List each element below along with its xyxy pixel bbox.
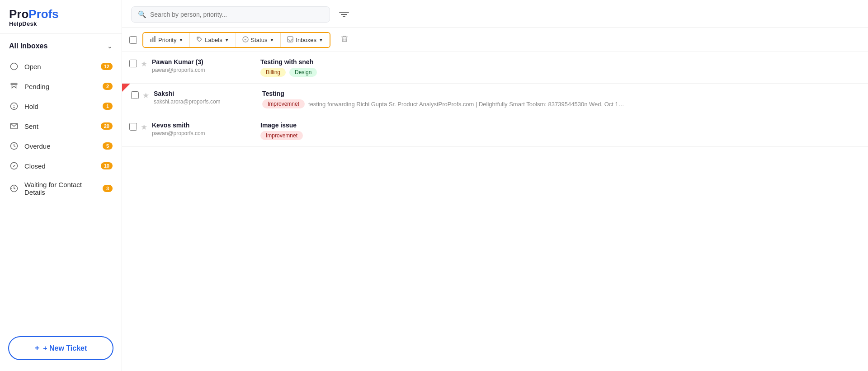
search-icon: 🔍: [138, 10, 146, 19]
search-input[interactable]: [150, 11, 323, 18]
badge-sent: 20: [101, 122, 113, 130]
inbox-header: All Inboxes ⌄: [0, 34, 122, 55]
svg-rect-1: [11, 83, 17, 85]
ticket-content-2: Testing Improvemnet testing forwarding R…: [262, 90, 861, 108]
sidebar-label-sent: Sent: [24, 122, 101, 130]
ticket-email-1: pawan@proporfs.com: [152, 67, 251, 73]
chevron-down-icon[interactable]: ⌄: [107, 42, 113, 50]
svg-rect-14: [152, 38, 154, 42]
tag-billing: Billing: [260, 68, 286, 77]
sidebar-item-open[interactable]: Open 12: [0, 56, 122, 76]
ticket-checkbox-1[interactable]: [129, 60, 137, 67]
svg-point-0: [11, 63, 18, 70]
logo-pro: Pro: [9, 7, 28, 21]
inboxes-chevron-icon: ▼: [319, 38, 323, 42]
closed-icon: [9, 161, 19, 171]
priority-filter-button[interactable]: Priority ▼: [143, 33, 190, 47]
ticket-info-1: Pawan Kumar (3) pawan@proporfs.com: [152, 58, 251, 73]
logo-subtitle: HelpDesk: [9, 20, 113, 27]
ticket-subject-1: Testing with sneh: [260, 58, 861, 66]
logo: ProProfs: [9, 8, 113, 20]
priority-chevron-icon: ▼: [179, 38, 183, 42]
pending-icon: [9, 81, 19, 91]
badge-open: 12: [101, 63, 113, 70]
trash-button[interactable]: [336, 32, 353, 48]
ticket-content-3: Image issue Improvemnet: [260, 122, 861, 140]
sidebar-label-overdue: Overdue: [24, 142, 103, 150]
labels-filter-button[interactable]: Labels ▼: [190, 33, 236, 47]
priority-flag-icon: [122, 84, 130, 92]
filter-settings-button[interactable]: [335, 8, 354, 21]
ticket-tags-3: Improvemnet: [260, 131, 861, 140]
badge-pending: 2: [103, 83, 113, 90]
main-content: 🔍 Priority ▼: [122, 0, 868, 371]
search-wrapper: 🔍: [131, 6, 330, 23]
badge-waiting: 3: [103, 185, 113, 192]
ticket-subject-2: Testing: [262, 90, 861, 97]
star-icon-3[interactable]: ★: [141, 122, 147, 132]
ticket-tags-2: Improvemnet testing forwarding Richi Gup…: [262, 99, 861, 108]
inboxes-filter-button[interactable]: Inboxes ▼: [281, 33, 329, 47]
ticket-subject-3: Image issue: [260, 122, 861, 129]
sidebar-label-open: Open: [24, 63, 101, 70]
logo-area: ProProfs HelpDesk: [0, 0, 122, 34]
logo-profs: Profs: [28, 7, 58, 21]
sidebar-label-hold: Hold: [24, 103, 103, 110]
ticket-list: ★ Pawan Kumar (3) pawan@proporfs.com Tes…: [122, 52, 868, 371]
sidebar-item-pending[interactable]: Pending 2: [0, 76, 122, 96]
sidebar-item-sent[interactable]: Sent 20: [0, 116, 122, 136]
ticket-info-3: Kevos smith pawan@proporfs.com: [152, 122, 251, 136]
labels-tag-icon: [196, 36, 203, 44]
ticket-name-1: Pawan Kumar (3): [152, 58, 251, 66]
ticket-checkbox-3[interactable]: [129, 123, 137, 131]
svg-point-16: [198, 38, 198, 38]
status-filter-button[interactable]: Status ▼: [236, 33, 281, 47]
tag-design: Design: [289, 68, 317, 77]
inboxes-icon: [287, 36, 293, 44]
hold-icon: [9, 101, 19, 111]
table-row[interactable]: ★ Sakshi sakshi.arora@proporfs.com Testi…: [122, 84, 868, 115]
ticket-name-3: Kevos smith: [152, 122, 251, 129]
star-icon-2[interactable]: ★: [142, 91, 149, 100]
ticket-name-2: Sakshi: [154, 90, 253, 97]
priority-chart-icon: [150, 36, 156, 44]
sidebar-item-hold[interactable]: Hold 1: [0, 96, 122, 116]
priority-label: Priority: [158, 37, 176, 43]
badge-hold: 1: [103, 103, 113, 110]
ticket-email-3: pawan@proporfs.com: [152, 130, 251, 136]
ticket-content-1: Testing with sneh Billing Design: [260, 58, 861, 77]
badge-overdue: 5: [103, 142, 113, 150]
star-icon-1[interactable]: ★: [141, 59, 147, 69]
svg-rect-13: [150, 39, 151, 42]
sidebar-item-waiting[interactable]: Waiting for Contact Details 3: [0, 176, 122, 201]
table-row[interactable]: ★ Kevos smith pawan@proporfs.com Image i…: [122, 115, 868, 147]
labels-label: Labels: [205, 37, 222, 43]
svg-rect-15: [154, 36, 156, 42]
sidebar-label-pending: Pending: [24, 83, 103, 90]
overdue-icon: [9, 141, 19, 151]
waiting-icon: [9, 183, 19, 193]
select-all-checkbox[interactable]: [129, 36, 137, 44]
status-label: Status: [251, 37, 268, 43]
ticket-tags-1: Billing Design: [260, 68, 861, 77]
sidebar-item-overdue[interactable]: Overdue 5: [0, 136, 122, 156]
open-icon: [9, 61, 19, 71]
ticket-email-2: sakshi.arora@proporfs.com: [154, 99, 253, 105]
status-icon: [242, 36, 249, 44]
ticket-preview-2: testing forwarding Richi Gupta Sr. Produ…: [308, 101, 625, 108]
tag-improvement-2: Improvemnet: [262, 99, 305, 108]
sidebar-label-closed: Closed: [24, 162, 101, 170]
sidebar-label-waiting: Waiting for Contact Details: [24, 181, 103, 196]
ticket-checkbox-2[interactable]: [131, 91, 139, 99]
filter-row: Priority ▼ Labels ▼ Status ▼: [122, 28, 868, 52]
sidebar: ProProfs HelpDesk All Inboxes ⌄ Open 12 …: [0, 0, 122, 371]
sent-icon: [9, 121, 19, 131]
new-ticket-button[interactable]: + + New Ticket: [8, 336, 113, 360]
filter-group: Priority ▼ Labels ▼ Status ▼: [142, 32, 330, 48]
search-bar: 🔍: [122, 0, 868, 28]
table-row[interactable]: ★ Pawan Kumar (3) pawan@proporfs.com Tes…: [122, 52, 868, 84]
inbox-title: All Inboxes: [9, 42, 47, 50]
tag-improvement-3: Improvemnet: [260, 131, 303, 140]
status-chevron-icon: ▼: [269, 38, 274, 42]
sidebar-item-closed[interactable]: Closed 10: [0, 156, 122, 176]
